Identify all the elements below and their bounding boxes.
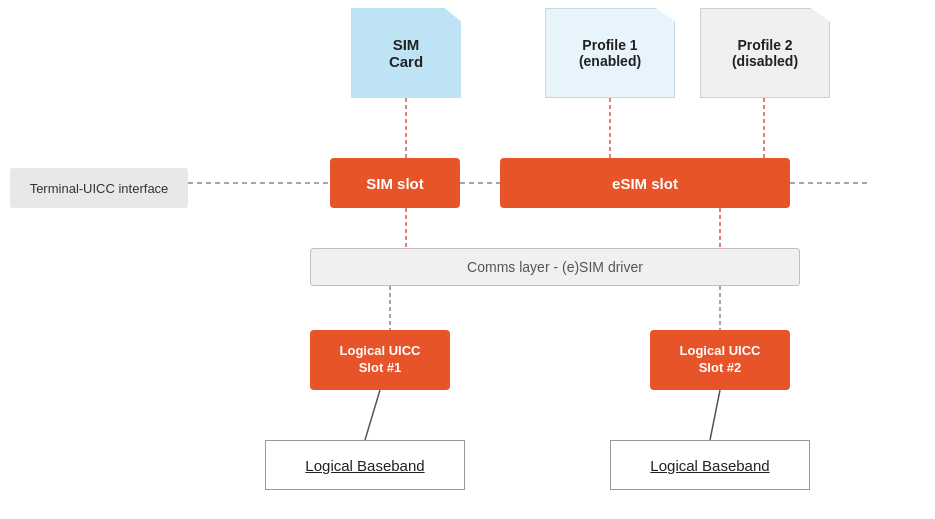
comms-layer-box: Comms layer - (e)SIM driver <box>310 248 800 286</box>
profile2-label: Profile 2 (disabled) <box>732 37 798 69</box>
terminal-uicc-label: Terminal-UICC interface <box>10 168 188 208</box>
baseband2-box: Logical Baseband <box>610 440 810 490</box>
esim-slot-label: eSIM slot <box>612 175 678 192</box>
logical-uicc2-box: Logical UICC Slot #2 <box>650 330 790 390</box>
profile1-card-box: Profile 1 (enabled) <box>545 8 675 98</box>
sim-slot-label: SIM slot <box>366 175 424 192</box>
logical-uicc1-label: Logical UICC Slot #1 <box>340 343 421 377</box>
sim-slot-box: SIM slot <box>330 158 460 208</box>
profile1-label: Profile 1 (enabled) <box>579 37 641 69</box>
logical-uicc2-label: Logical UICC Slot #2 <box>680 343 761 377</box>
svg-line-11 <box>710 390 720 440</box>
comms-layer-label: Comms layer - (e)SIM driver <box>467 259 643 275</box>
profile2-card-box: Profile 2 (disabled) <box>700 8 830 98</box>
svg-line-10 <box>365 390 380 440</box>
logical-uicc1-box: Logical UICC Slot #1 <box>310 330 450 390</box>
terminal-uicc-text: Terminal-UICC interface <box>30 181 169 196</box>
baseband1-label: Logical Baseband <box>305 457 424 474</box>
esim-slot-box: eSIM slot <box>500 158 790 208</box>
sim-card-label: SIM Card <box>389 36 423 70</box>
baseband1-box: Logical Baseband <box>265 440 465 490</box>
baseband2-label: Logical Baseband <box>650 457 769 474</box>
diagram-container: SIM Card Profile 1 (enabled) Profile 2 (… <box>0 0 935 519</box>
sim-card-box: SIM Card <box>351 8 461 98</box>
